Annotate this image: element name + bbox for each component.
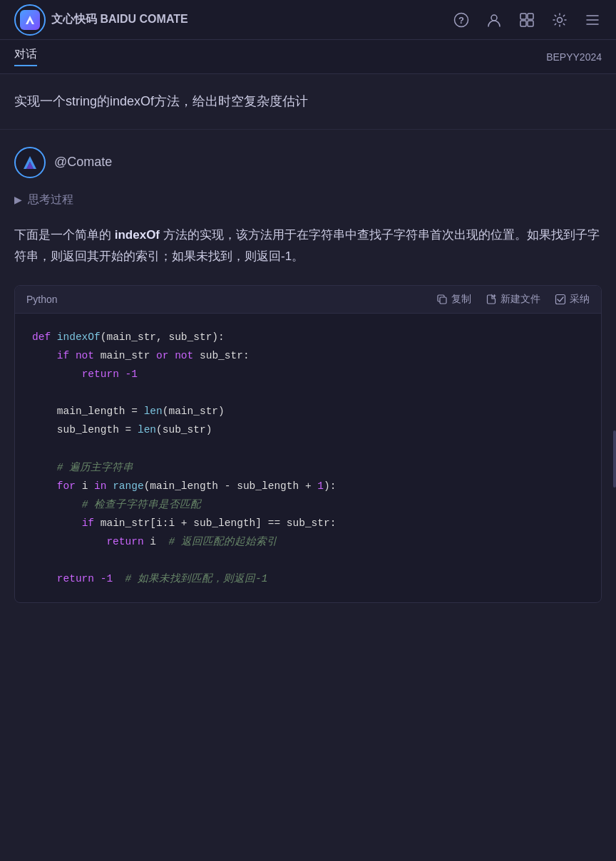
code-line-5: main_length = len(main_str) (32, 402, 584, 421)
code-block: Python 复制 新建文件 (14, 285, 602, 603)
username-label: BEPYY2024 (546, 51, 602, 63)
code-line-3: return -1 (32, 365, 584, 383)
thinking-toggle[interactable]: ▶ 思考过程 (14, 192, 602, 207)
code-actions: 复制 新建文件 采纳 (436, 293, 590, 306)
comate-avatar (14, 147, 46, 178)
code-line-12: return i # 返回匹配的起始索引 (32, 532, 584, 551)
svg-text:?: ? (458, 15, 464, 26)
copy-button[interactable]: 复制 (436, 293, 471, 306)
logo-icon (14, 4, 46, 36)
code-header: Python 复制 新建文件 (15, 286, 601, 314)
code-line-4 (32, 383, 584, 402)
new-file-label: 新建文件 (500, 293, 540, 306)
code-line-14: return -1 # 如果未找到匹配，则返回-1 (32, 569, 584, 588)
code-language: Python (26, 294, 58, 305)
svg-rect-7 (528, 21, 533, 26)
scrollbar[interactable] (613, 430, 616, 488)
code-line-8: # 遍历主字符串 (32, 458, 584, 477)
code-line-11: if main_str[i:i + sub_length] == sub_str… (32, 514, 584, 532)
copy-icon (436, 294, 448, 305)
user-question: 实现一个string的indexOf方法，给出时空复杂度估计 (0, 74, 616, 130)
svg-rect-16 (440, 297, 446, 304)
settings-icon[interactable] (550, 11, 569, 29)
chevron-right-icon: ▶ (14, 194, 22, 205)
app-title: 文心快码 BAIDU COMATE (51, 12, 188, 27)
topbar-icons: ? (452, 11, 602, 29)
ai-response-area: @Comate ▶ 思考过程 下面是一个简单的 indexOf 方法的实现，该方… (0, 130, 616, 635)
adopt-button[interactable]: 采纳 (555, 293, 590, 306)
svg-rect-8 (520, 21, 526, 26)
new-file-button[interactable]: 新建文件 (486, 293, 540, 306)
layout-icon[interactable] (518, 11, 536, 29)
svg-point-9 (558, 17, 563, 22)
code-line-9: for i in range(main_length - sub_length … (32, 477, 584, 495)
app-logo: 文心快码 BAIDU COMATE (14, 4, 188, 36)
code-line-6: sub_length = len(sub_str) (32, 421, 584, 439)
svg-rect-6 (528, 14, 533, 19)
new-file-icon (486, 294, 497, 305)
svg-rect-5 (520, 14, 526, 19)
topbar: 文心快码 BAIDU COMATE ? (0, 0, 616, 40)
copy-label: 复制 (451, 293, 471, 306)
comate-header: @Comate (14, 147, 602, 178)
code-line-13 (32, 551, 584, 569)
question-text: 实现一个string的indexOf方法，给出时空复杂度估计 (14, 94, 308, 108)
description-content: 下面是一个简单的 indexOf 方法的实现，该方法用于在字符串中查找子字符串首… (14, 228, 600, 264)
menu-icon[interactable] (583, 11, 602, 29)
code-line-2: if not main_str or not sub_str: (32, 346, 584, 365)
thinking-label: 思考过程 (28, 192, 73, 207)
subnav: 对话 BEPYY2024 (0, 40, 616, 74)
code-line-7 (32, 440, 584, 458)
user-icon[interactable] (485, 11, 503, 29)
comate-name: @Comate (54, 155, 112, 170)
code-line-10: # 检查子字符串是否匹配 (32, 495, 584, 514)
tab-dialog[interactable]: 对话 (14, 47, 37, 66)
check-icon (555, 294, 566, 305)
adopt-label: 采纳 (570, 293, 590, 306)
svg-point-4 (491, 15, 497, 21)
description-text: 下面是一个简单的 indexOf 方法的实现，该方法用于在字符串中查找子字符串首… (14, 225, 602, 268)
help-icon[interactable]: ? (452, 11, 471, 29)
code-line-1: def indexOf(main_str, sub_str): (32, 328, 584, 346)
code-content: def indexOf(main_str, sub_str): if not m… (15, 314, 601, 602)
